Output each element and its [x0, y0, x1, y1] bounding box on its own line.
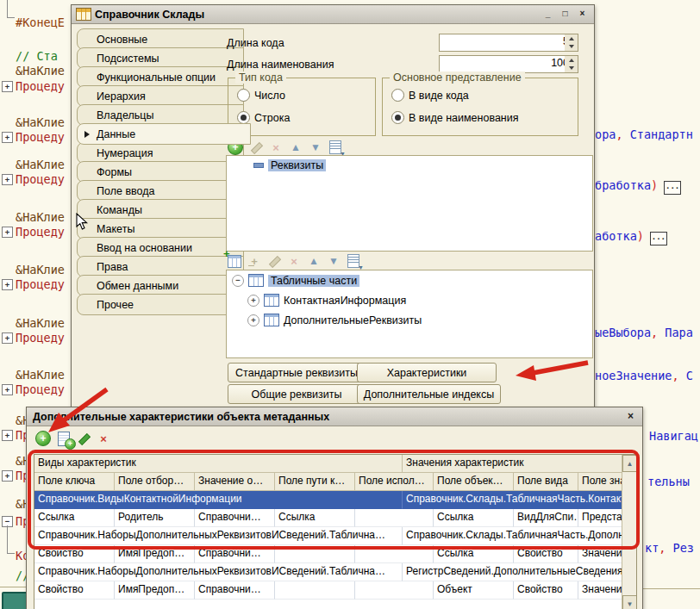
- table-row[interactable]: Справочник.НаборыДополнительныхРеквизито…: [34, 563, 622, 581]
- code-fragment: ыеВыбора, Пара: [595, 326, 693, 339]
- table-cell: [355, 581, 434, 600]
- sort-list-icon[interactable]: [347, 254, 359, 268]
- sidebar-tab-label: Функциональные опции: [97, 71, 216, 84]
- tabular-root-item[interactable]: − Табличные части: [232, 274, 359, 287]
- standard-attributes-button[interactable]: Стандартные реквизиты: [228, 363, 366, 382]
- table-row[interactable]: СвойствоИмяПредоп…Справочни…ОбъектСвойст…: [34, 581, 622, 600]
- sidebar-tab-15[interactable]: Прочее: [77, 294, 244, 315]
- dialog-titlebar[interactable]: Дополнительные характеристики объекта ме…: [27, 407, 642, 426]
- edit-icon[interactable]: [249, 140, 263, 154]
- edit-icon[interactable]: [267, 254, 281, 268]
- expand-icon[interactable]: +: [2, 430, 13, 441]
- code-length-input[interactable]: 5: [439, 34, 573, 52]
- delete-icon[interactable]: ×: [287, 254, 301, 268]
- sidebar-tab-label: Поле ввода: [97, 185, 154, 197]
- additional-indexes-button[interactable]: Дополнительные индексы: [357, 384, 501, 404]
- tabular-child-item[interactable]: + ДополнительныеРеквизиты: [247, 314, 422, 326]
- expand-icon[interactable]: +: [2, 174, 13, 185]
- active-tab-marker-icon: [84, 131, 90, 138]
- collapse-icon[interactable]: −: [232, 275, 244, 287]
- close-button-icon[interactable]: ×: [623, 410, 638, 423]
- collapsed-code-icon[interactable]: ...: [650, 232, 667, 245]
- table-cell: ИмяПредоп…: [115, 581, 195, 600]
- spin-up-icon[interactable]: [565, 56, 578, 65]
- catalog-icon: [76, 8, 91, 21]
- tabular-section-icon: [264, 294, 279, 307]
- code-line: +Процеду: [0, 172, 65, 188]
- spin-up-icon[interactable]: [565, 34, 578, 43]
- expand-icon[interactable]: +: [2, 384, 13, 395]
- expand-icon[interactable]: +: [2, 332, 13, 344]
- name-length-input[interactable]: 100: [439, 55, 573, 73]
- code-line: &НаКлие: [0, 158, 65, 173]
- tabular-child-label: КонтактнаяИнформация: [284, 295, 406, 307]
- code-type-group-title: Тип кода: [235, 71, 286, 84]
- add-attribute-icon[interactable]: +: [247, 254, 261, 268]
- catalog-editor-window: Справочник Склады _ □ × ОсновныеПодсисте…: [71, 4, 595, 407]
- tabular-sections-tree: − Табличные части + КонтактнаяИнформация…: [226, 270, 593, 358]
- delete-icon[interactable]: ×: [269, 140, 283, 154]
- tabular-section-icon: [248, 274, 264, 287]
- expand-icon[interactable]: +: [2, 227, 13, 238]
- name-length-stepper[interactable]: [565, 55, 578, 73]
- tree-grip-icon: [253, 163, 264, 168]
- expand-icon[interactable]: +: [247, 314, 259, 326]
- window-title: Справочник Склады: [95, 9, 204, 21]
- code-line: &НаКлие: [0, 210, 65, 226]
- tabular-section-icon: [264, 314, 279, 326]
- sidebar-tab-6[interactable]: Данные: [77, 123, 251, 145]
- tabular-root-label: Табличные части: [268, 275, 359, 287]
- tabular-child-item[interactable]: + КонтактнаяИнформация: [247, 294, 406, 307]
- code-fragment: тельны: [647, 475, 690, 488]
- maximize-button-icon[interactable]: □: [558, 8, 572, 21]
- collapsed-code-icon[interactable]: ...: [664, 181, 681, 195]
- radio-as-code[interactable]: В виде кода: [391, 89, 469, 102]
- table-cell: [275, 581, 355, 600]
- code-length-label: Длина кода: [227, 37, 284, 49]
- expand-icon[interactable]: +: [247, 295, 259, 307]
- table-cell: Объект: [434, 581, 514, 600]
- sort-list-icon[interactable]: [329, 140, 341, 154]
- move-down-icon[interactable]: ▼: [327, 254, 341, 268]
- code-line: +Процеду: [0, 79, 65, 95]
- add-tabular-section-icon[interactable]: [228, 255, 241, 268]
- sidebar-tab-label: Иерархия: [97, 90, 146, 103]
- common-attributes-button[interactable]: Общие реквизиты: [228, 384, 366, 404]
- characteristics-button[interactable]: Характеристики: [357, 363, 497, 382]
- expand-icon[interactable]: +: [2, 132, 13, 143]
- table-cell: РегистрСведений.ДополнительныеСведения: [403, 563, 637, 581]
- close-button-icon[interactable]: ×: [575, 8, 590, 21]
- minimize-button-icon[interactable]: _: [541, 8, 555, 21]
- spin-down-icon[interactable]: [565, 43, 578, 52]
- table-cell: Свойство: [514, 581, 578, 600]
- annotation-arrow-add-button: [40, 384, 112, 439]
- code-line: +Процеду: [0, 277, 65, 293]
- code-line: &НаКлие: [0, 115, 65, 131]
- expand-icon[interactable]: +: [2, 470, 13, 482]
- code-fold-bracket: [7, 525, 15, 554]
- expand-icon[interactable]: +: [2, 81, 13, 92]
- annotation-arrow-characteristics: [510, 359, 590, 383]
- move-down-icon[interactable]: ▼: [309, 140, 322, 154]
- sidebar-tab-label: Подсистемы: [97, 53, 159, 65]
- code-fragment: аботка)...: [595, 229, 667, 245]
- window-titlebar[interactable]: Справочник Склады _ □ ×: [72, 5, 594, 24]
- move-up-icon[interactable]: ▲: [289, 140, 303, 154]
- table-cell: Справочни…: [195, 581, 275, 600]
- move-up-icon[interactable]: ▲: [307, 254, 321, 268]
- sidebar-tab-label: Данные: [97, 128, 135, 140]
- expand-icon[interactable]: +: [2, 279, 13, 290]
- code-line: &НаКлие: [0, 316, 65, 332]
- radio-string[interactable]: Строка: [237, 111, 290, 124]
- radio-number[interactable]: Число: [237, 89, 285, 102]
- sidebar-tab-label: Ввод на основании: [97, 242, 192, 254]
- code-line: &НаКлие: [0, 263, 65, 278]
- code-length-stepper[interactable]: [565, 34, 578, 52]
- background-panel-corner: [2, 592, 28, 609]
- code-line: +Процеду: [0, 331, 65, 346]
- tabular-toolbar: + × ▲ ▼: [228, 254, 360, 268]
- spin-down-icon[interactable]: [565, 65, 578, 73]
- attributes-root-item[interactable]: Реквизиты: [253, 159, 326, 171]
- radio-as-name[interactable]: В виде наименования: [391, 111, 519, 124]
- scroll-down-icon[interactable]: ▼: [622, 595, 637, 609]
